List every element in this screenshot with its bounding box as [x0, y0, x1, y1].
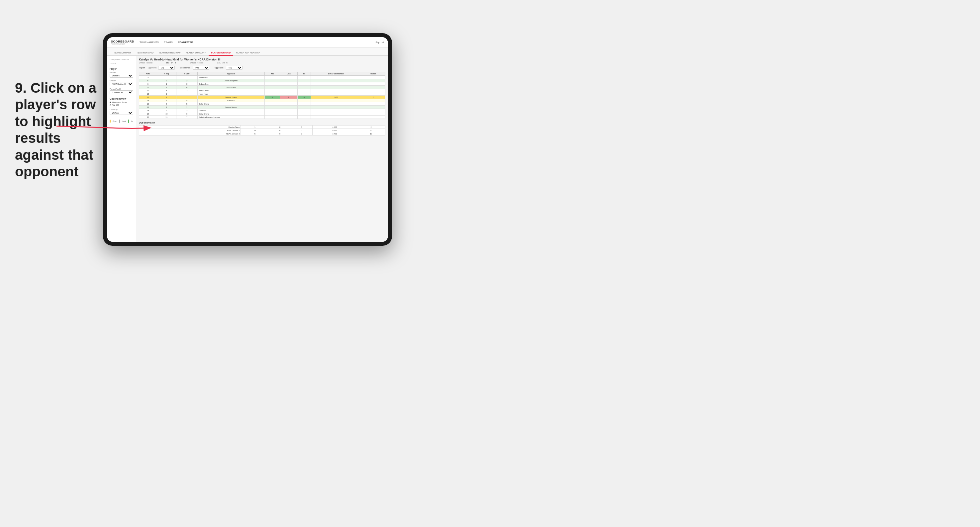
opponent-name-cell: Jessica Mason [197, 106, 264, 109]
sidebar-player-title: Player [110, 68, 133, 70]
data-cell [265, 92, 280, 96]
region-filter-group: Opponents: (All) [148, 66, 175, 70]
division-select[interactable]: NCAA Division III [110, 82, 133, 86]
main-content: Last Updated: 27/03/2024 16:55:28 Player… [107, 56, 388, 242]
player-rank-select[interactable]: 8. Katelyn Vo [110, 90, 133, 94]
table-row[interactable]: 1474Eunice Yi [139, 99, 385, 102]
region-filter-label: Region [139, 67, 145, 69]
sidebar-time: 16:55:28 [110, 62, 133, 64]
table-row[interactable]: 31Esther Lee [139, 76, 385, 79]
opponent-name-cell: Andrea York [197, 89, 264, 92]
filters-row: Region Opponents: (All) Conference (All)… [139, 66, 385, 70]
sign-out-link[interactable]: Sign out [375, 41, 384, 43]
colour-by-label: Colour by [110, 109, 133, 111]
table-row[interactable]: 613Sydney Kuo [139, 83, 385, 86]
data-cell [298, 102, 310, 106]
data-cell [298, 76, 310, 79]
tab-player-h2h-heatmap[interactable]: PLAYER H2H HEATMAP [233, 50, 263, 56]
data-cell: 6 [177, 112, 198, 116]
data-cell [280, 102, 298, 106]
out-division-data-cell: 0 [291, 125, 312, 129]
data-cell [280, 76, 298, 79]
data-cell: 1 [280, 96, 298, 99]
radio-top100[interactable]: Top 100 [110, 104, 133, 106]
data-cell [265, 112, 280, 116]
data-cell: 15 [139, 102, 157, 106]
data-cell [265, 79, 280, 83]
data-cell: 4 [177, 99, 198, 102]
gender-select[interactable]: Women's [110, 74, 133, 78]
opponents-filter-label: Opponents: [148, 67, 157, 69]
out-of-division-row[interactable]: NAIA Division 115009.26730 [139, 129, 385, 132]
player-rank-label: Player (Rank) [110, 88, 133, 90]
out-division-data-cell: 4.500 [312, 125, 357, 129]
table-row[interactable]: 1691Jessica Mason [139, 106, 385, 109]
data-cell: 14 [139, 99, 157, 102]
data-cell: 16 [139, 106, 157, 109]
out-division-data-cell: 7.400 [312, 132, 357, 135]
nav-teams[interactable]: TEAMS [164, 40, 173, 44]
data-cell: 2 [177, 79, 198, 83]
nav-committee[interactable]: COMMITTEE [178, 40, 193, 44]
opponent-select[interactable]: (All) [226, 66, 242, 70]
opponent-name-cell: Jessica Huang [197, 96, 264, 99]
table-row[interactable]: 914Sharon Mun [139, 86, 385, 89]
table-row[interactable]: 522Alexis Sudijanto [139, 79, 385, 83]
data-cell [310, 109, 361, 112]
tablet-frame: SCOREBOARD Powered by clippd TOURNAMENTS… [103, 33, 392, 246]
table-row[interactable]: 1822Euna Lee [139, 109, 385, 112]
colour-by-select[interactable]: Win/loss [110, 111, 133, 115]
data-cell: 1 [157, 92, 176, 96]
tab-player-h2h-grid[interactable]: PLAYER H2H GRID [208, 50, 234, 56]
color-down-label: Down [113, 120, 117, 122]
out-division-data-cell: 0 [269, 125, 291, 129]
out-of-division-title: Out of division [139, 122, 385, 124]
grid-area: Katelyn Vo Head-to-Head Grid for Women's… [136, 56, 388, 242]
table-row[interactable]: 1063Andrea York [139, 89, 385, 92]
nav-tournaments[interactable]: TOURNAMENTS [140, 40, 159, 44]
table-row[interactable]: 19106Emily Chang [139, 112, 385, 116]
out-division-data-cell: 0 [291, 129, 312, 132]
out-division-data-cell: 9.267 [312, 129, 357, 132]
th-div: # Div [139, 72, 157, 76]
out-of-division-row[interactable]: Foreign Team1004.5002 [139, 125, 385, 129]
table-row[interactable]: 131Haeju Hyun [139, 92, 385, 96]
data-cell [265, 86, 280, 89]
data-cell [361, 116, 385, 119]
out-division-data-cell: 5 [241, 132, 269, 135]
data-cell: 6 [157, 89, 176, 92]
out-division-data-cell: 1 [241, 125, 269, 129]
opponent-name-cell: Sydney Kuo [197, 83, 264, 86]
tab-team-summary[interactable]: TEAM SUMMARY [111, 50, 134, 56]
out-of-division-table: Foreign Team1004.5002NAIA Division 11500… [139, 125, 385, 135]
data-cell: 2 [361, 96, 385, 99]
out-of-division-row[interactable]: NCAA Division 25007.40010 [139, 132, 385, 135]
data-cell [310, 92, 361, 96]
tab-team-h2h-heatmap[interactable]: TEAM H2H HEATMAP [156, 50, 183, 56]
annotation-text: 9. Click on a player's row to highlight … [15, 80, 98, 180]
data-cell [298, 112, 310, 116]
data-cell: 18 [139, 109, 157, 112]
conference-select[interactable]: (All) [192, 66, 209, 70]
tab-team-h2h-grid[interactable]: TEAM H2H GRID [134, 50, 156, 56]
tab-player-summary[interactable]: PLAYER SUMMARY [183, 50, 208, 56]
data-cell [280, 99, 298, 102]
data-cell [361, 83, 385, 86]
data-cell [361, 106, 385, 109]
conference-filter-label: Conference [180, 67, 190, 69]
data-cell [280, 86, 298, 89]
data-cell: 1 [157, 86, 176, 89]
opponent-name-cell: Esther Lee [197, 76, 264, 79]
data-cell [298, 106, 310, 109]
data-cell [298, 79, 310, 83]
radio-opponents-played[interactable]: Opponents Played [110, 101, 133, 103]
table-row[interactable]: 20117Federica Domecq Lacroze [139, 116, 385, 119]
data-cell [265, 83, 280, 86]
data-cell: 13 [139, 92, 157, 96]
table-row[interactable]: 1585Stella Chang [139, 102, 385, 106]
data-cell: 3 [139, 76, 157, 79]
table-row[interactable]: 131Jessica Huang010-3.002 [139, 96, 385, 99]
data-cell: 3 [177, 89, 198, 92]
region-opponents-select[interactable]: (All) [158, 66, 175, 70]
data-cell: -3.00 [310, 96, 361, 99]
